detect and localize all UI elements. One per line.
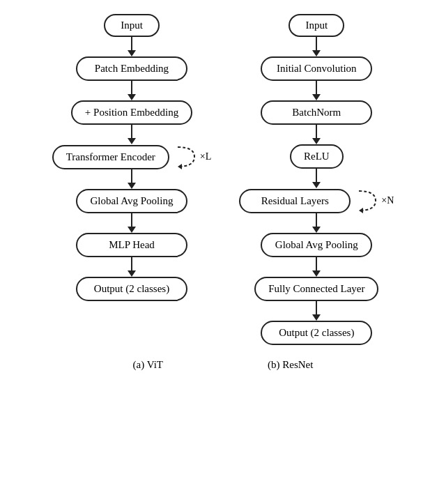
vit-mlp-box: MLP Head <box>76 233 187 257</box>
res-repeat-label: ×N <box>381 195 394 206</box>
vit-input-label: Input <box>121 20 143 31</box>
res-output-box: Output (2 classes) <box>261 321 372 345</box>
vit-repeat-arc-icon <box>175 144 199 169</box>
resnet-diagram: Input Initial Convolution BatchNorm ReLU <box>239 14 394 345</box>
res-input-box: Input <box>289 14 344 37</box>
vit-pool-label: Global Avg Pooling <box>91 195 174 206</box>
diagrams-container: Input Patch Embedding + Position Embeddi… <box>0 0 446 352</box>
res-repeat-arc-icon <box>356 188 380 213</box>
vit-transformer-box: Transformer Encoder <box>52 145 169 169</box>
svg-marker-1 <box>359 208 363 213</box>
vit-patch-label: Patch Embedding <box>95 63 169 74</box>
vit-pos-box: + Position Embedding <box>71 100 192 125</box>
vit-pool-box: Global Avg Pooling <box>76 189 187 213</box>
arrow-vit-1 <box>128 81 136 100</box>
resnet-caption: (b) ResNet <box>268 359 313 371</box>
vit-caption: (a) ViT <box>133 359 163 371</box>
vit-output-label: Output (2 classes) <box>94 283 169 294</box>
vit-output-box: Output (2 classes) <box>76 277 187 301</box>
arrow-res-6 <box>312 301 321 321</box>
vit-diagram: Input Patch Embedding + Position Embeddi… <box>52 14 212 301</box>
res-output-label: Output (2 classes) <box>279 327 354 338</box>
vit-transformer-label: Transformer Encoder <box>66 151 155 162</box>
res-relu-label: ReLU <box>304 151 330 162</box>
arrow-res-5 <box>312 257 321 277</box>
arrow-res-0 <box>312 37 321 56</box>
vit-mlp-label: MLP Head <box>109 239 155 250</box>
res-input-label: Input <box>305 20 328 31</box>
res-bn-box: BatchNorm <box>261 100 372 125</box>
res-pool-label: Global Avg Pooling <box>275 239 358 250</box>
arrow-vit-4 <box>128 213 136 233</box>
res-conv-box: Initial Convolution <box>261 56 372 81</box>
res-residual-row: Residual Layers ×N <box>239 188 394 213</box>
captions-row: (a) ViT (b) ResNet <box>0 359 446 371</box>
vit-transformer-note: ×L <box>175 144 211 169</box>
res-conv-label: Initial Convolution <box>277 63 357 74</box>
arrow-res-3 <box>312 169 321 188</box>
arrow-vit-5 <box>128 257 136 277</box>
arrow-vit-0 <box>128 37 136 56</box>
vit-repeat-label: ×L <box>200 151 211 162</box>
arrow-res-4 <box>312 213 321 233</box>
res-relu-box: ReLU <box>290 144 344 169</box>
res-residual-box: Residual Layers <box>239 189 351 213</box>
res-pool-box: Global Avg Pooling <box>261 233 372 257</box>
vit-input-box: Input <box>104 14 160 37</box>
vit-patch-box: Patch Embedding <box>76 56 187 81</box>
svg-marker-0 <box>178 164 182 169</box>
res-fc-box: Fully Connected Layer <box>254 277 378 301</box>
arrow-vit-3 <box>128 169 136 189</box>
res-bn-label: BatchNorm <box>292 107 341 118</box>
vit-transformer-row: Transformer Encoder ×L <box>52 144 212 169</box>
res-residual-label: Residual Layers <box>261 195 329 206</box>
res-fc-label: Fully Connected Layer <box>268 283 364 294</box>
vit-pos-label: + Position Embedding <box>85 107 178 118</box>
res-residual-note: ×N <box>356 188 394 213</box>
arrow-res-1 <box>312 81 321 100</box>
arrow-res-2 <box>312 125 321 144</box>
arrow-vit-2 <box>128 125 136 144</box>
